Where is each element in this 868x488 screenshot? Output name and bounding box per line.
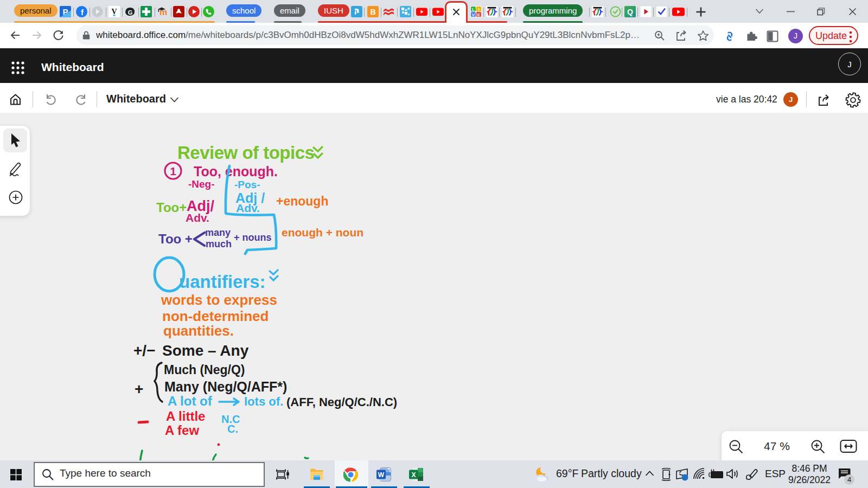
svg-text:X: X [411,471,416,479]
svg-text:G: G [128,9,133,16]
svg-text:V: V [472,12,475,17]
svg-text:Q: Q [627,8,633,16]
svg-text:E: E [477,12,481,17]
svg-text:B: B [370,8,375,16]
svg-text:V: V [111,8,117,16]
svg-text:P: P [62,7,68,16]
svg-text:I: I [478,7,479,12]
svg-text:W: W [378,471,385,479]
svg-text:L: L [472,7,475,12]
